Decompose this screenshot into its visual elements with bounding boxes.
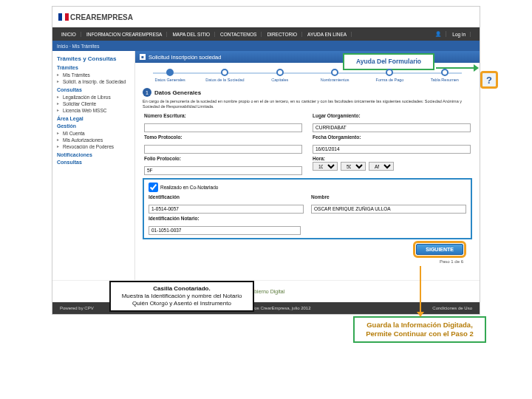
logo-text: CREAREMPRESA <box>70 13 133 21</box>
section-desc: En cargo de la personería de la sociedad… <box>143 99 472 109</box>
lbl-nombre: Nombre <box>311 194 466 200</box>
logo: CREAREMPRESA <box>58 13 133 21</box>
form-icon: ■ <box>140 54 146 60</box>
input-lugar[interactable] <box>313 123 471 132</box>
sidebar-item[interactable]: Legalización de Libros <box>57 94 130 100</box>
input-ident-not[interactable] <box>149 226 301 235</box>
input-ident[interactable] <box>149 205 304 214</box>
section-title: Datos Generales <box>154 89 201 96</box>
flag-icon <box>58 13 69 21</box>
input-nombre[interactable] <box>311 205 466 214</box>
step-2[interactable]: Datos de la Sociedad <box>197 69 252 82</box>
form-title: Solicitud Inscripción sociedad <box>149 54 221 61</box>
section-number: 1 <box>143 88 151 97</box>
sub-nav: Inicio · Mis Trámites <box>52 41 480 51</box>
footer-left: Powered by CPV <box>60 306 94 310</box>
callout-help: Ayuda Del Formulario <box>343 53 434 70</box>
callout-notary-body: Muestra la Identificación y nombre del N… <box>122 293 242 307</box>
callout-notary-title: Casilla Conotariado. <box>117 285 247 293</box>
main-nav: INICIO INFORMACION CREAREMPRESA MAPA DEL… <box>52 27 480 41</box>
form-grid: Número Escritura: Lugar Otorgamiento: To… <box>143 113 472 175</box>
step-4[interactable]: Nombramientos <box>307 69 362 82</box>
sidebar-item[interactable]: Revocación de Poderes <box>57 143 130 150</box>
checkbox-conotariado[interactable] <box>149 183 158 192</box>
breadcrumb[interactable]: Inicio · Mis Trámites <box>57 44 99 49</box>
sidebar-item[interactable]: Solicit. a Inscrip. de Sociedad <box>57 78 130 85</box>
chk-conotariado[interactable]: Realizado en Co-Notariado <box>149 183 466 192</box>
side-group-gestion: Gestión <box>57 123 130 129</box>
siguiente-button[interactable]: SIGUIENTE <box>416 244 463 255</box>
step-indicator: Paso 1 de 6 <box>440 259 463 264</box>
side-group-area: Área Legal <box>57 116 130 121</box>
step-5[interactable]: Forma de Pago <box>362 69 417 82</box>
nav-info[interactable]: INFORMACION CREAREMPRESA <box>82 32 168 37</box>
nav-mapa[interactable]: MAPA DEL SITIO <box>168 32 215 37</box>
side-group-tramites: Trámites <box>57 65 130 70</box>
lbl-lugar: Lugar Otorgamiento: <box>313 113 471 118</box>
nav-dir[interactable]: DIRECTORIO <box>262 32 302 37</box>
input-numero[interactable] <box>144 123 302 132</box>
lbl-ident: Identificación <box>149 194 304 200</box>
select-ampm[interactable]: AM <box>369 162 394 171</box>
sidebar-item[interactable]: Solicitar Cliente <box>57 100 130 107</box>
callout-save: Guarda la Información Digitada, Permite … <box>353 316 486 343</box>
input-tomo[interactable] <box>144 145 302 154</box>
callout-notary: Casilla Conotariado. Muestra la Identifi… <box>109 281 254 312</box>
section-datos: 1Datos Generales En cargo de la personer… <box>135 85 480 268</box>
conotariado-box: Realizado en Co-Notariado Identificación… <box>143 178 472 239</box>
input-fecha[interactable] <box>313 145 471 154</box>
sidebar: Trámites y Consultas Trámites Mis Trámit… <box>52 51 135 280</box>
nav-contact[interactable]: CONTACTENOS <box>216 32 262 37</box>
sidebar-title: Trámites y Consultas <box>57 55 130 62</box>
user-icon: 👤 <box>431 31 446 37</box>
side-group-cons2: Consultas <box>57 160 130 165</box>
sidebar-item[interactable]: Mis Trámites <box>57 72 130 78</box>
sidebar-item[interactable]: Mis Autorizaciones <box>57 137 130 143</box>
step-1[interactable]: Datos Generales <box>143 69 197 82</box>
step-3[interactable]: Capitales <box>253 69 307 82</box>
lbl-numero: Número Escritura: <box>144 113 302 118</box>
sidebar-item[interactable]: Licencia Web MSSC <box>57 107 130 114</box>
nav-ayuda[interactable]: AYUDA EN LINEA <box>303 32 352 37</box>
lbl-ident-not: Identificación Notario: <box>149 216 466 221</box>
login-link[interactable]: 👤Log in <box>426 31 475 37</box>
app-window: CREAREMPRESA INICIO INFORMACION CREAREMP… <box>52 6 480 315</box>
side-group-notif: Notificaciones <box>57 152 130 157</box>
select-min[interactable]: 50 <box>341 162 366 171</box>
lbl-tomo: Tomo Protocolo: <box>144 134 302 140</box>
step-6[interactable]: Tabla Resumen <box>417 69 472 82</box>
input-folio[interactable] <box>144 166 302 175</box>
side-group-consultas: Consultas <box>57 87 130 92</box>
main-panel: ■Solicitud Inscripción sociedad Datos Ge… <box>135 51 480 280</box>
lbl-folio: Folio Protocolo: <box>144 156 302 161</box>
lbl-fecha: Fecha Otorgamiento: <box>313 134 471 140</box>
nav-inicio[interactable]: INICIO <box>57 32 81 37</box>
select-hora[interactable]: 10 <box>313 162 338 171</box>
content: Trámites y Consultas Trámites Mis Trámit… <box>52 51 480 280</box>
help-button[interactable]: ? <box>480 71 498 89</box>
chk-label: Realizado en Co-Notariado <box>160 185 218 190</box>
logo-bar: CREAREMPRESA <box>52 7 480 27</box>
lbl-hora: Hora: <box>313 156 471 161</box>
footer-right[interactable]: Condiciones de Uso <box>432 306 472 310</box>
sidebar-item[interactable]: Mi Cuenta <box>57 130 130 137</box>
